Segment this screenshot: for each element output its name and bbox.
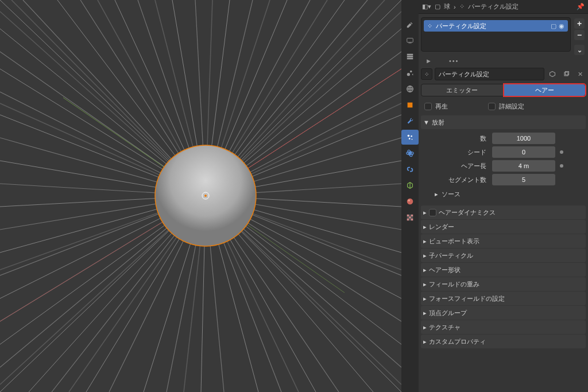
textures-panel[interactable]: ▸テクスチャ [421,320,586,334]
field-weights-panel[interactable]: ▸フィールドの重み [421,277,586,291]
tab-viewlayer[interactable] [401,49,419,64]
tab-data[interactable] [401,178,419,193]
chevron-right-icon: ▸ [423,209,427,216]
particle-icon: ⁘ [427,22,432,30]
svg-rect-109 [407,216,409,219]
tab-texture[interactable] [401,210,419,225]
chevron-right-icon: ▸ [423,295,427,302]
particle-system-item[interactable]: ⁘ パーティクル設定 ▢ ◉ [424,20,568,32]
vertex-groups-panel[interactable]: ▸頂点グループ [421,306,586,320]
children-panel[interactable]: ▸子パーティクル [421,249,586,262]
render-panel[interactable]: ▸レンダー [421,220,586,234]
expand-toggle[interactable]: ► [425,57,432,64]
pin-icon[interactable]: 📌 [577,3,585,10]
tab-object[interactable] [401,98,419,112]
svg-rect-115 [564,72,568,76]
tab-physics[interactable] [401,146,419,161]
svg-rect-92 [407,58,413,60]
svg-point-98 [411,135,412,137]
svg-point-105 [408,200,411,202]
viewport-display-panel[interactable]: ▸ビューポート表示 [421,234,586,248]
particle-system-name: パーティクル設定 [436,22,486,30]
particle-icon: ⁘ [424,71,429,77]
particle-system-list[interactable]: ⁘ パーティクル設定 ▢ ◉ [421,17,571,52]
tab-scene[interactable] [401,65,419,80]
type-emitter[interactable]: エミッター [421,84,504,96]
properties-panel: ◧▾ ▢ 球 › ⁘ パーティクル設定 📌 ⁘ パーティクル設定 [401,0,588,392]
force-field-panel[interactable]: ▸フォースフィールドの設定 [421,292,586,305]
type-hair[interactable]: ヘアー [504,84,586,96]
number-label: 数 [427,134,490,143]
chevron-right-icon: ▸ [423,281,427,288]
tab-render[interactable] [401,17,419,32]
svg-point-93 [407,73,410,76]
list-spacer: ••• [449,57,459,64]
checkbox-icon [424,103,432,110]
add-button[interactable]: + [574,18,585,29]
number-field[interactable]: 1000 [492,133,555,144]
chevron-right-icon: ▸ [423,309,427,317]
regrow-check[interactable]: 再生 [424,102,448,111]
svg-point-101 [409,152,411,154]
source-subpanel[interactable]: ▸ソース [427,188,583,200]
svg-rect-90 [407,54,413,56]
svg-rect-114 [411,219,413,221]
svg-rect-113 [409,219,411,221]
particle-type-toggle: エミッター ヘアー [421,84,586,96]
tab-material[interactable] [401,194,419,209]
breadcrumb-object: 球 [444,2,450,11]
chevron-down-icon: ▼ [423,119,430,126]
hair-shape-panel[interactable]: ▸ヘアー形状 [421,263,586,277]
chevron-right-icon: ▸ [423,324,427,331]
editor-type-icon[interactable]: ◧▾ [422,3,431,10]
tab-modifiers[interactable] [401,114,419,129]
properties-header: ◧▾ ▢ 球 › ⁘ パーティクル設定 📌 [419,0,588,14]
svg-rect-88 [407,38,413,42]
svg-rect-106 [407,215,409,217]
chevron-right-icon: ▸ [423,238,427,245]
animate-dot[interactable] [560,164,563,168]
advanced-check[interactable]: 詳細設定 [488,102,524,111]
custom-properties-panel[interactable]: ▸カスタムプロパティ [421,335,586,348]
camera-icon[interactable]: ◉ [559,22,564,30]
datablock-name[interactable]: パーティクル設定 [435,68,544,80]
breadcrumb-data: パーティクル設定 [468,2,519,11]
segments-label: セグメント数 [427,176,490,184]
svg-rect-91 [407,56,413,57]
tab-constraints[interactable] [401,162,419,177]
svg-rect-96 [408,103,413,108]
specials-button[interactable]: ⌄ [574,45,585,55]
seed-label: シード [427,148,490,157]
tab-output[interactable] [401,33,419,48]
unlink-button[interactable]: ✕ [574,68,586,80]
sphere-icon: ▢ [435,3,440,10]
chevron-right-icon: ▸ [423,266,427,274]
svg-point-87 [204,195,207,197]
hair-length-label: ヘアー長 [427,162,490,170]
users-button[interactable] [547,68,558,80]
viewport[interactable] [0,0,401,392]
svg-rect-116 [566,72,569,75]
svg-point-99 [409,138,411,139]
datablock-browse[interactable]: ⁘ [421,68,432,80]
datablock-row: ⁘ パーティクル設定 ✕ [421,68,586,80]
hair-length-field[interactable]: 4 m [492,160,555,172]
chevron-right-icon: ▸ [435,191,438,198]
animate-dot[interactable] [560,150,563,154]
monitor-icon[interactable]: ▢ [551,22,556,30]
tab-particles[interactable] [401,130,419,145]
emission-header[interactable]: ▼ 放射 [421,115,586,129]
svg-rect-111 [411,216,413,219]
svg-rect-110 [409,216,411,219]
remove-button[interactable]: − [574,30,585,40]
svg-point-94 [410,71,412,73]
hair-dynamics-panel[interactable]: ▸ヘアーダイナミクス [421,205,586,219]
tab-world[interactable] [401,81,419,96]
chevron-right-icon: › [454,3,456,10]
svg-point-104 [407,199,413,205]
seed-field[interactable]: 0 [492,146,555,158]
new-button[interactable] [560,68,572,80]
checkbox-icon[interactable] [429,209,436,216]
segments-field[interactable]: 5 [492,174,555,185]
svg-point-97 [408,135,410,137]
